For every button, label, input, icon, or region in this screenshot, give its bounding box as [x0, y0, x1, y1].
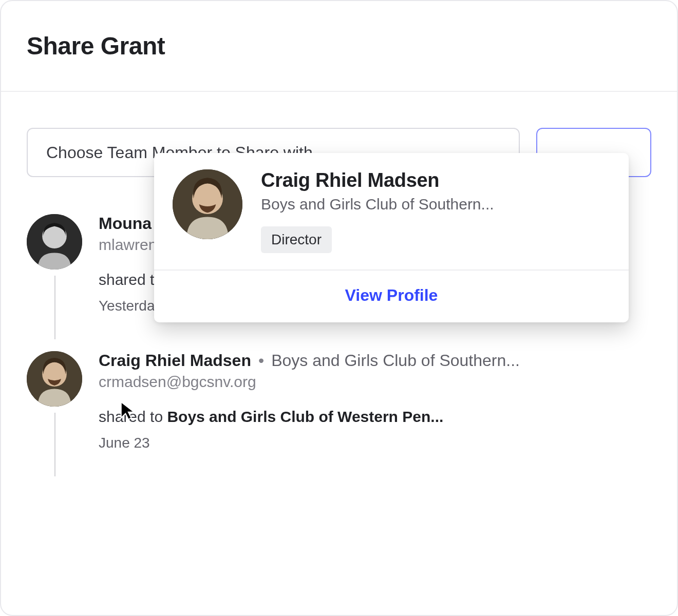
share-item-name: Craig Rhiel Madsen — [99, 351, 251, 370]
share-item-email: crmadsen@bgcsnv.org — [99, 373, 651, 391]
profile-popover: Craig Rhiel Madsen Boys and Girls Club o… — [154, 153, 629, 322]
dialog-header: Share Grant — [1, 1, 677, 92]
popover-org: Boys and Girls Club of Southern... — [261, 196, 610, 213]
view-profile-link[interactable]: View Profile — [345, 286, 438, 304]
share-item: Craig Rhiel Madsen • Boys and Girls Club… — [27, 351, 651, 451]
popover-name: Craig Rhiel Madsen — [261, 169, 610, 191]
timeline-line — [54, 413, 55, 476]
separator-dot: • — [258, 351, 264, 370]
avatar[interactable] — [27, 351, 82, 407]
share-item-time: June 23 — [99, 435, 651, 451]
share-action-prefix: shared to — [99, 408, 167, 425]
share-item-action: shared to Boys and Girls Club of Western… — [99, 408, 651, 426]
avatar[interactable] — [173, 169, 242, 239]
profile-popover-body: Craig Rhiel Madsen Boys and Girls Club o… — [154, 153, 629, 270]
timeline-line — [54, 276, 55, 339]
avatar[interactable] — [27, 214, 82, 270]
share-action-target: Boys and Girls Club of Western Pen... — [167, 408, 443, 425]
profile-popover-footer: View Profile — [154, 270, 629, 322]
share-item-org: Boys and Girls Club of Southern... — [271, 351, 520, 370]
dialog-title: Share Grant — [27, 32, 651, 60]
dialog: Share Grant Choose Team Member to Share … — [0, 0, 678, 616]
role-chip: Director — [261, 226, 332, 253]
